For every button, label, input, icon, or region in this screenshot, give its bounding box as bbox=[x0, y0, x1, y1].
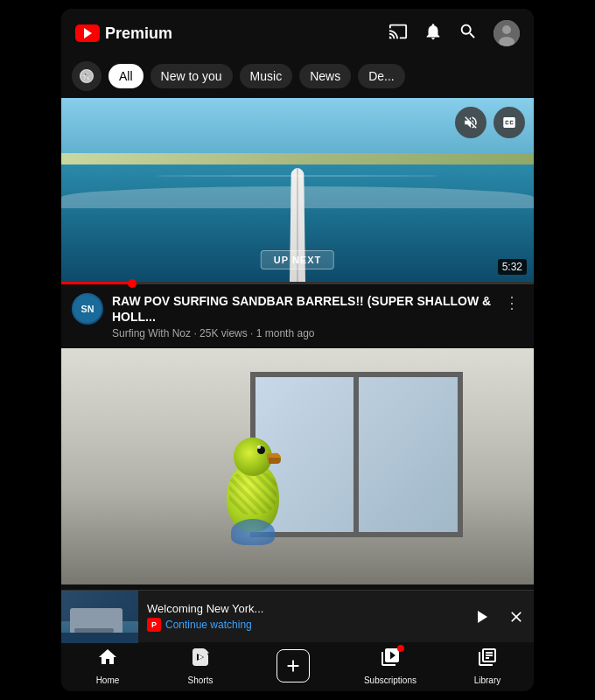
app-container: Premium bbox=[61, 9, 534, 691]
nav-item-library[interactable]: Library bbox=[466, 647, 509, 685]
subscriptions-badge bbox=[397, 645, 404, 652]
shorts-label: Shorts bbox=[188, 676, 214, 685]
main-content: UP NEXT 5:32 SN RAW POV SURFING SANDBAR … bbox=[61, 98, 534, 639]
svg-text:SN: SN bbox=[81, 304, 94, 314]
bird-thumbnail[interactable] bbox=[61, 348, 534, 584]
shorts-icon bbox=[190, 647, 211, 673]
library-icon bbox=[477, 647, 498, 673]
channel-avatar-surf[interactable]: SN bbox=[72, 293, 103, 325]
progress-dot bbox=[128, 279, 136, 288]
header: Premium bbox=[61, 9, 534, 58]
mute-button[interactable] bbox=[455, 107, 486, 138]
tab-new-to-you[interactable]: New to you bbox=[150, 64, 233, 88]
video-thumbnail-surf[interactable]: UP NEXT 5:32 bbox=[61, 98, 534, 282]
home-label: Home bbox=[96, 676, 120, 685]
cast-icon[interactable] bbox=[388, 22, 408, 46]
up-next-badge: UP NEXT bbox=[261, 250, 334, 270]
header-icons bbox=[388, 20, 520, 46]
video-meta-surf: Surfing With Noz · 25K views · 1 month a… bbox=[112, 327, 492, 340]
progress-fill bbox=[61, 282, 132, 284]
mini-player-thumbnail bbox=[61, 591, 138, 643]
mini-close-button[interactable] bbox=[499, 599, 534, 634]
video-controls-overlay bbox=[455, 107, 525, 138]
svg-point-1 bbox=[502, 25, 511, 34]
mini-player-title: Welcoming New York... bbox=[147, 602, 455, 615]
tab-news[interactable]: News bbox=[299, 64, 351, 88]
bell-icon[interactable] bbox=[424, 22, 443, 46]
yt-icon bbox=[75, 24, 100, 42]
tab-explore[interactable] bbox=[72, 61, 102, 91]
progress-bar[interactable] bbox=[61, 282, 534, 284]
mini-player: Welcoming New York... P Continue watchin… bbox=[61, 590, 534, 642]
video-card-surf: UP NEXT 5:32 SN RAW POV SURFING SANDBAR … bbox=[61, 98, 534, 348]
brand-name: Premium bbox=[105, 24, 172, 43]
subscriptions-label: Subscriptions bbox=[364, 676, 416, 685]
mini-player-info[interactable]: Welcoming New York... P Continue watchin… bbox=[138, 595, 464, 639]
mini-player-cta: P Continue watching bbox=[147, 618, 455, 632]
cc-button[interactable] bbox=[494, 107, 525, 138]
subscriptions-icon bbox=[380, 647, 401, 673]
add-icon bbox=[276, 649, 310, 682]
more-options-surf[interactable]: ⋮ bbox=[500, 293, 523, 340]
nav-item-shorts[interactable]: Shorts bbox=[178, 647, 222, 685]
user-avatar[interactable] bbox=[494, 20, 520, 46]
search-icon[interactable] bbox=[458, 22, 478, 46]
home-icon bbox=[97, 647, 118, 673]
tab-music[interactable]: Music bbox=[240, 64, 293, 88]
youtube-logo: Premium bbox=[75, 24, 172, 43]
video-card-bird bbox=[61, 348, 534, 584]
video-text-surf: RAW POV SURFING SANDBAR BARRELS!! (SUPER… bbox=[112, 293, 492, 340]
video-duration: 5:32 bbox=[498, 259, 527, 275]
nav-item-subscriptions[interactable]: Subscriptions bbox=[364, 647, 416, 685]
library-label: Library bbox=[474, 676, 501, 685]
tab-de[interactable]: De... bbox=[358, 64, 405, 88]
video-info-surf: SN RAW POV SURFING SANDBAR BARRELS!! (SU… bbox=[61, 284, 534, 348]
mini-p-badge: P bbox=[147, 618, 161, 632]
tab-all[interactable]: All bbox=[108, 64, 144, 88]
nav-item-home[interactable]: Home bbox=[86, 647, 130, 685]
nav-tabs: All New to you Music News De... bbox=[61, 58, 534, 98]
mini-player-cta-text: Continue watching bbox=[165, 619, 252, 631]
video-title-surf: RAW POV SURFING SANDBAR BARRELS!! (SUPER… bbox=[112, 293, 492, 325]
nav-item-add[interactable] bbox=[271, 649, 315, 682]
header-left: Premium bbox=[75, 24, 172, 43]
bottom-nav: Home Shorts bbox=[61, 639, 534, 691]
mini-play-button[interactable] bbox=[464, 599, 499, 634]
